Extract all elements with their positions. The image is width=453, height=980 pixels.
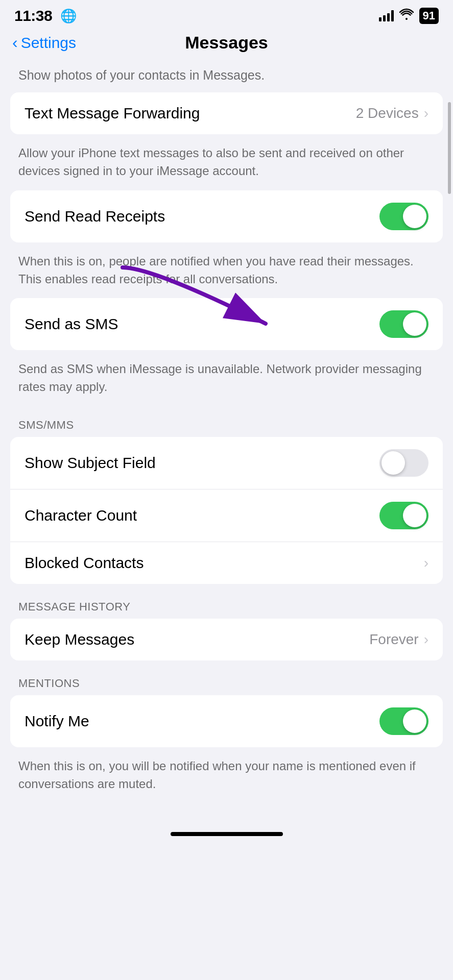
notify-me-label: Notify Me	[25, 713, 89, 730]
keep-messages-card[interactable]: Keep Messages Forever ›	[10, 619, 443, 660]
send-read-receipts-label: Send Read Receipts	[25, 208, 165, 225]
signal-bars	[379, 10, 394, 21]
character-count-row[interactable]: Character Count	[10, 489, 443, 542]
show-subject-field-toggle-knob	[382, 451, 405, 475]
show-subject-field-label: Show Subject Field	[25, 454, 156, 472]
signal-bar-1	[379, 17, 382, 21]
character-count-toggle[interactable]	[379, 502, 428, 529]
status-time: 11:38	[14, 7, 52, 24]
character-count-label: Character Count	[25, 507, 137, 524]
send-as-sms-helper: Send as SMS when iMessage is unavailable…	[0, 354, 453, 406]
keep-messages-chevron-icon: ›	[424, 631, 428, 648]
scroll-content: Show photos of your contacts in Messages…	[0, 61, 453, 824]
show-subject-field-toggle[interactable]	[379, 449, 428, 477]
back-label: Settings	[21, 34, 76, 52]
home-bar	[171, 832, 283, 836]
send-read-receipts-toggle[interactable]	[379, 203, 428, 230]
status-bar: 11:38 🌐 91	[0, 0, 453, 29]
signal-bar-4	[391, 10, 394, 21]
sms-mms-card[interactable]: Show Subject Field Character Count Block…	[10, 437, 443, 584]
keep-messages-row[interactable]: Keep Messages Forever ›	[10, 619, 443, 660]
notify-me-row[interactable]: Notify Me	[10, 695, 443, 747]
blocked-contacts-right: ›	[424, 555, 428, 571]
notify-me-toggle[interactable]	[379, 707, 428, 735]
blocked-contacts-row[interactable]: Blocked Contacts ›	[10, 542, 443, 584]
mentions-header: MENTIONS	[0, 665, 453, 695]
chevron-right-icon: ›	[424, 105, 428, 121]
signal-bar-2	[383, 15, 386, 21]
send-as-sms-card[interactable]: Send as SMS	[10, 298, 443, 350]
send-as-sms-toggle[interactable]	[379, 310, 428, 338]
blocked-contacts-chevron-icon: ›	[424, 555, 428, 571]
nav-bar: ‹ Settings Messages	[0, 29, 453, 61]
sms-mms-header: SMS/MMS	[0, 406, 453, 437]
signal-bar-3	[387, 13, 390, 21]
back-button[interactable]: ‹ Settings	[12, 34, 76, 52]
text-message-forwarding-card[interactable]: Text Message Forwarding 2 Devices ›	[10, 92, 443, 134]
send-read-receipts-helper: When this is on, people are notified whe…	[0, 247, 453, 299]
keep-messages-value: Forever	[369, 631, 418, 648]
battery-indicator: 91	[419, 8, 439, 24]
show-subject-field-row[interactable]: Show Subject Field	[10, 437, 443, 489]
character-count-toggle-knob	[403, 504, 426, 527]
text-message-forwarding-row[interactable]: Text Message Forwarding 2 Devices ›	[10, 92, 443, 134]
message-history-header: MESSAGE HISTORY	[0, 588, 453, 619]
text-message-forwarding-helper: Allow your iPhone text messages to also …	[0, 138, 453, 190]
notify-me-card[interactable]: Notify Me	[10, 695, 443, 747]
page-title: Messages	[185, 33, 268, 53]
battery-percent: 91	[423, 9, 435, 22]
send-as-sms-row[interactable]: Send as SMS	[10, 298, 443, 350]
notify-me-toggle-knob	[403, 709, 426, 733]
top-description: Show photos of your contacts in Messages…	[0, 61, 453, 92]
send-read-receipts-card[interactable]: Send Read Receipts	[10, 190, 443, 242]
keep-messages-right: Forever ›	[369, 631, 428, 648]
text-message-forwarding-label: Text Message Forwarding	[25, 105, 200, 122]
home-indicator	[0, 824, 453, 840]
wifi-icon	[399, 8, 414, 23]
send-read-receipts-row[interactable]: Send Read Receipts	[10, 190, 443, 242]
keep-messages-label: Keep Messages	[25, 631, 134, 648]
blocked-contacts-label: Blocked Contacts	[25, 554, 144, 572]
text-message-forwarding-right: 2 Devices ›	[356, 105, 428, 121]
notify-me-helper: When this is on, you will be notified wh…	[0, 751, 453, 803]
scrollbar[interactable]	[448, 102, 451, 194]
send-as-sms-toggle-knob	[403, 312, 426, 336]
send-read-receipts-toggle-knob	[403, 205, 426, 228]
status-icons: 91	[379, 8, 439, 24]
two-devices-value: 2 Devices	[356, 105, 419, 121]
send-as-sms-label: Send as SMS	[25, 315, 118, 333]
back-chevron-icon: ‹	[12, 34, 18, 51]
globe-icon: 🌐	[60, 8, 77, 24]
